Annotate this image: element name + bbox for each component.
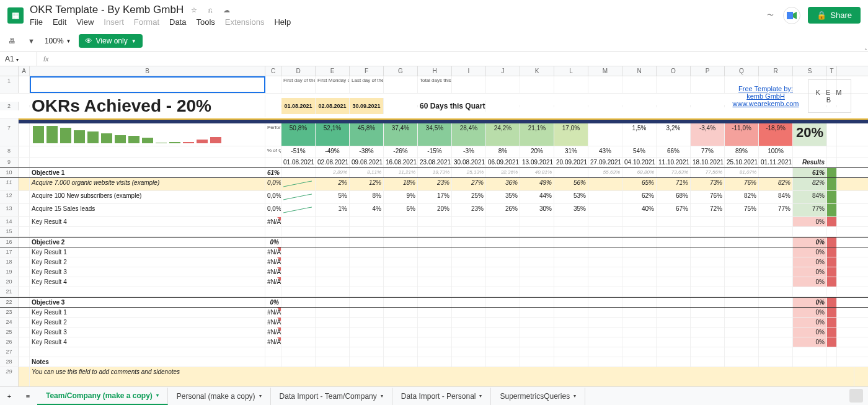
cell[interactable] <box>281 318 316 327</box>
cell[interactable] <box>19 238 30 247</box>
cell[interactable] <box>350 357 384 367</box>
cell[interactable] <box>281 357 316 367</box>
chevron-down-icon[interactable]: ▾ <box>381 393 383 399</box>
cell[interactable] <box>622 347 657 357</box>
cell[interactable] <box>622 298 657 307</box>
cell[interactable] <box>554 287 588 296</box>
cell[interactable] <box>265 105 281 107</box>
cell[interactable] <box>316 347 350 357</box>
cell[interactable] <box>350 347 384 357</box>
doc-title[interactable]: OKR Template - By Kemb GmbH <box>30 4 184 16</box>
cell[interactable] <box>350 318 384 327</box>
row-header[interactable]: 1 <box>0 76 19 93</box>
cell[interactable] <box>281 267 316 277</box>
cell[interactable] <box>657 287 691 296</box>
cell[interactable] <box>418 227 452 236</box>
cell[interactable] <box>19 337 30 347</box>
cell[interactable] <box>554 76 588 93</box>
cell[interactable] <box>588 318 622 327</box>
cell[interactable] <box>691 287 725 296</box>
cell[interactable] <box>486 308 520 317</box>
cell[interactable] <box>691 76 725 93</box>
cell[interactable] <box>486 105 520 107</box>
cell[interactable] <box>350 247 384 257</box>
cell[interactable] <box>725 318 759 327</box>
cell[interactable] <box>588 247 622 257</box>
cell[interactable] <box>793 287 827 296</box>
cell[interactable] <box>384 327 418 337</box>
cell[interactable] <box>657 257 691 267</box>
cell[interactable] <box>281 257 316 267</box>
cell[interactable] <box>486 357 520 367</box>
cell[interactable] <box>384 308 418 317</box>
cell[interactable] <box>384 227 418 236</box>
cell[interactable] <box>19 267 30 277</box>
cell[interactable] <box>691 347 725 357</box>
cell[interactable] <box>725 238 759 247</box>
cell[interactable] <box>588 298 622 307</box>
cell[interactable] <box>350 267 384 277</box>
sheets-logo[interactable]: ▦ <box>7 7 24 24</box>
row-header[interactable]: 16 <box>0 238 19 247</box>
cell[interactable] <box>281 308 316 317</box>
menu-file[interactable]: File <box>30 17 43 27</box>
cell[interactable] <box>486 337 520 347</box>
cell[interactable] <box>350 227 384 236</box>
cell[interactable] <box>657 337 691 347</box>
cell[interactable] <box>759 168 793 177</box>
menu-view[interactable]: View <box>76 17 94 27</box>
row-header[interactable]: 18 <box>0 257 19 267</box>
cell[interactable] <box>622 217 657 226</box>
cell[interactable] <box>588 347 622 357</box>
col-header-C[interactable]: C <box>265 66 281 76</box>
cell[interactable] <box>793 227 827 236</box>
sheet-tab[interactable]: Team/Company (make a copy) ▾ <box>37 388 168 405</box>
col-header-R[interactable]: R <box>759 66 793 76</box>
cell[interactable] <box>19 168 30 177</box>
cell[interactable] <box>759 257 793 267</box>
row-header[interactable]: 10 <box>0 168 19 177</box>
cell[interactable] <box>452 357 486 367</box>
cell[interactable] <box>316 337 350 347</box>
row-header[interactable]: 14 <box>0 217 19 226</box>
col-header-L[interactable]: L <box>554 66 588 76</box>
cell[interactable] <box>350 287 384 296</box>
cell[interactable] <box>520 227 554 236</box>
cell[interactable] <box>452 347 486 357</box>
col-header-T[interactable]: T <box>827 66 837 76</box>
cell[interactable] <box>486 287 520 296</box>
cell[interactable] <box>725 347 759 357</box>
cell[interactable] <box>622 76 657 93</box>
share-button[interactable]: 🔒Share <box>808 7 861 24</box>
cell[interactable] <box>316 308 350 317</box>
move-icon[interactable]: ⎌ <box>205 4 216 16</box>
row-header[interactable]: 29 <box>0 367 19 388</box>
col-header-O[interactable]: O <box>657 66 691 76</box>
explore-button[interactable] <box>849 389 863 403</box>
cell[interactable] <box>622 257 657 267</box>
cell[interactable] <box>759 298 793 307</box>
cell[interactable] <box>486 238 520 247</box>
cell[interactable] <box>350 277 384 287</box>
cell[interactable] <box>622 308 657 317</box>
cell[interactable] <box>265 158 281 167</box>
cell[interactable] <box>691 257 725 267</box>
row-header[interactable]: 21 <box>0 287 19 296</box>
cell[interactable] <box>30 227 265 236</box>
cell[interactable] <box>759 238 793 247</box>
cell[interactable] <box>520 277 554 287</box>
cell[interactable] <box>350 217 384 226</box>
chevron-down-icon[interactable]: ▾ <box>156 393 159 398</box>
cell[interactable] <box>520 318 554 327</box>
row-header[interactable]: 15 <box>0 227 19 236</box>
cell[interactable] <box>418 298 452 307</box>
cell[interactable] <box>691 277 725 287</box>
collapse-icon[interactable]: ˆ <box>865 48 867 55</box>
cell[interactable] <box>418 277 452 287</box>
menu-edit[interactable]: Edit <box>53 17 66 27</box>
cell[interactable] <box>265 76 281 93</box>
cell[interactable] <box>19 217 30 226</box>
cell[interactable] <box>19 298 30 307</box>
cell[interactable] <box>759 337 793 347</box>
cell[interactable] <box>725 308 759 317</box>
